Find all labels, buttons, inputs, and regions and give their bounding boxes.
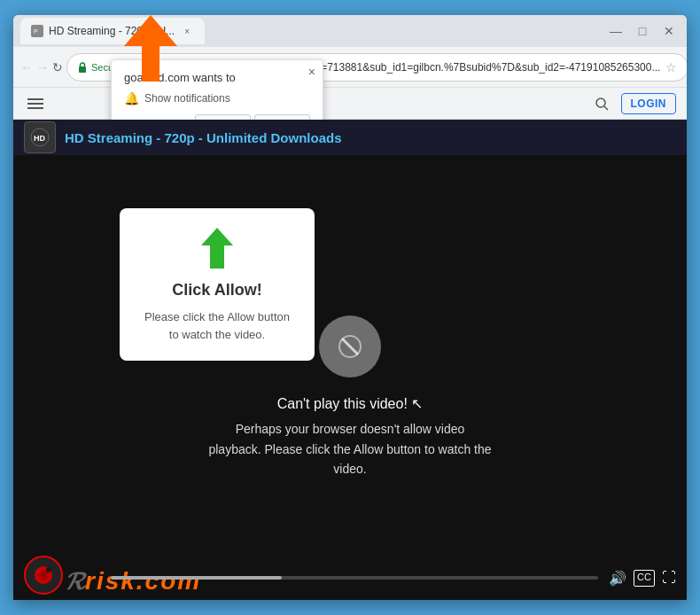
browser-window: P HD Streaming - 720p - U... × — □ ✕ ← →… bbox=[13, 15, 687, 600]
cc-icon[interactable]: CC bbox=[634, 570, 655, 587]
nav-bar: × goalked.com wants to 🔔 Show notificati… bbox=[13, 88, 687, 120]
click-allow-text: Please click the Allow button to watch t… bbox=[141, 308, 293, 343]
video-controls: 🔊 CC ⛶ bbox=[609, 570, 676, 587]
pcrisk-text: 𝓡risk.com bbox=[65, 567, 201, 596]
maximize-button[interactable]: □ bbox=[632, 20, 653, 42]
hamburger-menu[interactable] bbox=[24, 95, 47, 113]
svg-point-22 bbox=[42, 573, 45, 577]
svg-line-18 bbox=[343, 339, 357, 354]
window-controls: — □ ✕ bbox=[605, 20, 680, 42]
popup-notification-row: 🔔 Show notifications bbox=[124, 91, 310, 105]
bottom-bar: 𝓡risk.com 🔊 CC ⛶ bbox=[13, 556, 687, 600]
content-top-bar: HD HD Streaming - 720p - Unlimited Downl… bbox=[13, 120, 687, 155]
forward-button[interactable]: → bbox=[36, 55, 49, 80]
svg-point-23 bbox=[46, 567, 51, 572]
bookmark-icon[interactable]: ☆ bbox=[665, 60, 677, 74]
svg-text:P: P bbox=[34, 28, 38, 35]
volume-icon[interactable]: 🔊 bbox=[609, 570, 626, 587]
click-allow-title: Click Allow! bbox=[141, 281, 293, 300]
pcrisk-circle bbox=[24, 556, 63, 595]
tab-close-icon[interactable]: × bbox=[180, 24, 194, 38]
login-button[interactable]: LOGIN bbox=[621, 93, 677, 114]
pcrisk-logo bbox=[24, 556, 63, 595]
content-area: HD HD Streaming - 720p - Unlimited Downl… bbox=[13, 120, 687, 600]
close-button[interactable]: ✕ bbox=[658, 20, 680, 42]
green-arrow-icon bbox=[141, 226, 293, 274]
svg-text:HD: HD bbox=[34, 134, 45, 143]
click-allow-box: Click Allow! Please click the Allow butt… bbox=[120, 208, 315, 361]
bell-icon: 🔔 bbox=[124, 91, 139, 105]
video-area: Click Allow! Please click the Allow butt… bbox=[13, 155, 687, 556]
site-logo: HD bbox=[24, 121, 56, 153]
minimize-button[interactable]: — bbox=[605, 20, 626, 42]
title-bar: P HD Streaming - 720p - U... × — □ ✕ bbox=[13, 15, 687, 47]
svg-marker-17 bbox=[201, 228, 233, 269]
browser-tab[interactable]: P HD Streaming - 720p - U... × bbox=[20, 18, 205, 44]
fullscreen-icon[interactable]: ⛶ bbox=[662, 570, 676, 587]
svg-point-7 bbox=[596, 98, 605, 107]
popup-title: goalked.com wants to bbox=[124, 71, 310, 84]
cant-play-text: Can't play this video! ↖ Perhaps your br… bbox=[208, 395, 492, 479]
play-button[interactable] bbox=[319, 315, 381, 378]
tab-title: HD Streaming - 720p - U... bbox=[49, 25, 175, 37]
cant-play-desc: Perhaps your browser doesn't allow video… bbox=[208, 419, 492, 479]
back-button[interactable]: ← bbox=[20, 55, 33, 80]
popup-notification-text: Show notifications bbox=[144, 92, 230, 105]
svg-line-8 bbox=[604, 106, 608, 110]
progress-bar-area[interactable] bbox=[111, 576, 598, 580]
site-title: HD Streaming - 720p - Unlimited Download… bbox=[65, 130, 342, 145]
search-button[interactable] bbox=[589, 91, 614, 116]
tab-favicon: P bbox=[31, 25, 43, 37]
popup-close-icon[interactable]: × bbox=[308, 66, 315, 78]
cant-play-title: Can't play this video! ↖ bbox=[208, 395, 492, 412]
